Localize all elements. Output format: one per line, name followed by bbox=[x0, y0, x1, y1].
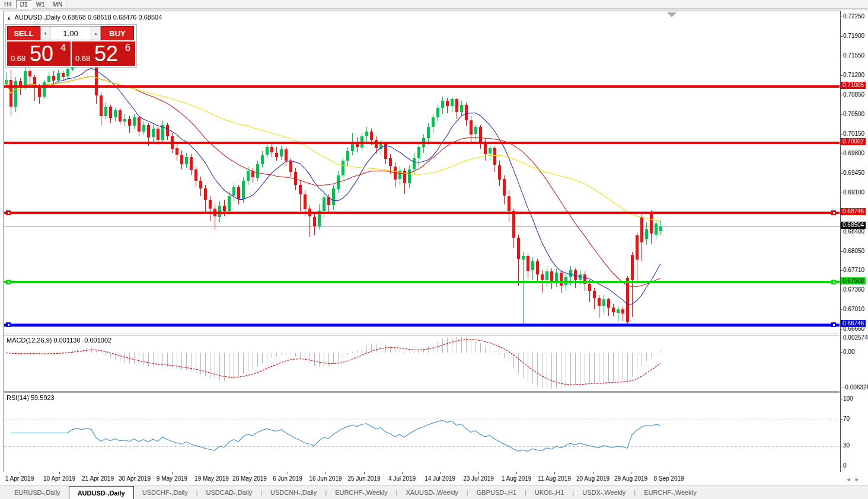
date-axis-label: 4 Jul 2019 bbox=[388, 475, 416, 482]
date-axis-label: 10 Apr 2019 bbox=[43, 475, 75, 482]
macd-name: MACD(12,26,9) bbox=[7, 337, 52, 344]
date-axis-tick bbox=[593, 472, 593, 474]
date-axis-tick bbox=[98, 472, 98, 474]
macd-pane-canvas[interactable] bbox=[4, 335, 840, 391]
date-axis-label: 1 Aug 2019 bbox=[502, 475, 532, 482]
bid-price-pip: 4 bbox=[60, 43, 66, 53]
date-axis-tick bbox=[135, 472, 135, 474]
date-axis-tick bbox=[212, 472, 212, 474]
rsi-axis-tick: 100 bbox=[843, 395, 853, 402]
date-axis-label: 29 Aug 2019 bbox=[614, 475, 647, 482]
chart-window[interactable]: ▲ AUDUSD-,Daily 0.68568 0.68618 0.68476 … bbox=[4, 11, 840, 472]
price-axis-tick: 0.68050 bbox=[843, 248, 864, 254]
one-click-trade-panel: SELL ▼ ▲ BUY 0.68 50 4 0.68 52 6 bbox=[5, 24, 137, 68]
price-axis-tick: 0.70850 bbox=[843, 91, 864, 98]
volume-decrease-button[interactable]: ▼ bbox=[40, 26, 50, 40]
chart-tab-usdchf-daily[interactable]: USDCHF-,Daily bbox=[134, 485, 196, 499]
price-axis-tick: 0.71200 bbox=[843, 72, 864, 78]
timeframe-button-mn[interactable]: MN bbox=[49, 0, 67, 9]
bid-price-prefix: 0.68 bbox=[11, 54, 25, 63]
ask-price-big: 52 bbox=[94, 41, 118, 66]
rsi-pane-canvas[interactable] bbox=[4, 393, 840, 472]
chart-tab-usdx-weekly[interactable]: USDX-,Weekly bbox=[574, 485, 634, 499]
date-axis-label: 9 May 2019 bbox=[157, 475, 187, 482]
date-axis-tick bbox=[364, 472, 365, 474]
date-axis-tick bbox=[402, 472, 403, 474]
bid-quote-box[interactable]: 0.68 50 4 bbox=[7, 41, 71, 66]
date-axis-tick bbox=[669, 472, 669, 474]
date-axis-label: 19 May 2019 bbox=[194, 475, 229, 482]
date-axis-label: 21 Apr 2019 bbox=[82, 475, 114, 482]
price-axis-tick: 0.68400 bbox=[843, 228, 864, 235]
ohlc-open: 0.68568 bbox=[62, 14, 86, 21]
sell-button[interactable]: SELL bbox=[7, 26, 40, 40]
chart-tab-audusd-daily[interactable]: AUDUSD-,Daily bbox=[69, 486, 134, 499]
current-price-label: 0.68504 bbox=[841, 222, 866, 229]
buy-button[interactable]: BUY bbox=[101, 26, 134, 40]
timeframe-button-d1[interactable]: D1 bbox=[16, 0, 32, 9]
bid-price-big: 50 bbox=[30, 41, 53, 66]
date-axis-tick bbox=[59, 472, 60, 474]
ask-quote-box[interactable]: 0.68 52 6 bbox=[72, 41, 135, 66]
chart-tab-eurchf-weekly[interactable]: EURCHF-,Weekly bbox=[636, 485, 704, 499]
macd-axis-tick: 0.00 bbox=[843, 348, 854, 355]
ohlc-close: 0.68504 bbox=[139, 14, 162, 21]
rsi-axis-tick: 30 bbox=[843, 442, 850, 449]
chart-tab-usdcnh-daily[interactable]: USDCNH-,Daily bbox=[262, 485, 325, 499]
chart-ohlc-header: ▲ AUDUSD-,Daily 0.68568 0.68618 0.68476 … bbox=[7, 14, 162, 21]
price-axis-tick: 0.72250 bbox=[843, 13, 864, 20]
rsi-axis-tick: 0 bbox=[843, 462, 847, 469]
date-axis-tick bbox=[326, 472, 326, 474]
level-price-label: 0.68746 bbox=[841, 208, 866, 215]
volume-input[interactable] bbox=[50, 26, 91, 40]
price-axis-tick: 0.70500 bbox=[843, 111, 864, 117]
ask-price-pip: 6 bbox=[125, 43, 130, 53]
chart-shift-marker-icon[interactable] bbox=[667, 12, 676, 17]
price-axis-tick: 0.71550 bbox=[843, 52, 864, 59]
ohlc-low: 0.68476 bbox=[113, 14, 137, 21]
date-axis[interactable]: ◄► 1 Apr 201910 Apr 201921 Apr 201930 Ap… bbox=[0, 472, 868, 485]
date-axis-label: 6 Jun 2019 bbox=[273, 475, 302, 482]
date-axis-label: 30 Apr 2019 bbox=[119, 475, 151, 482]
price-axis[interactable]: 0.722500.719000.715500.712000.708500.705… bbox=[840, 11, 868, 472]
chart-tab-ukoil-h1[interactable]: UKOil-,H1 bbox=[526, 485, 573, 499]
chart-scroll-arrows[interactable]: ◄► bbox=[845, 476, 863, 482]
date-axis-label: 23 Jul 2019 bbox=[463, 475, 494, 482]
chart-tab-eurusd-daily[interactable]: EURUSD-,Daily bbox=[6, 485, 69, 499]
ask-price-prefix: 0.68 bbox=[75, 54, 90, 63]
date-axis-tick bbox=[478, 472, 479, 474]
chart-tab-gbpusd-h1[interactable]: GBPUSD-,H1 bbox=[468, 485, 525, 499]
date-axis-label: 20 Aug 2019 bbox=[576, 475, 609, 482]
macd-indicator-label: MACD(12,26,9) 0.001130 -0.001002 bbox=[7, 337, 111, 344]
price-axis-tick: 0.69450 bbox=[843, 169, 864, 176]
level-price-label: 0.71005 bbox=[841, 82, 866, 89]
timeframe-button-h4[interactable]: H4 bbox=[0, 0, 16, 9]
level-price-label: 0.66746 bbox=[841, 320, 866, 327]
chart-symbol-label: AUDUSD-,Daily bbox=[14, 14, 60, 21]
rsi-name: RSI(14) bbox=[7, 394, 29, 401]
timeframe-button-w1[interactable]: W1 bbox=[32, 0, 49, 9]
level-price-label: 0.70002 bbox=[841, 138, 866, 145]
chart-tab-eurchf-weekly[interactable]: EURCHF-,Weekly bbox=[327, 485, 395, 499]
date-axis-label: 1 Apr 2019 bbox=[5, 475, 34, 482]
macd-axis-tick: -0.006326 bbox=[843, 384, 868, 391]
chart-tab-xauusd-weekly[interactable]: XAUUSD-,Weekly bbox=[397, 485, 466, 499]
chart-tab-bar: EURUSD-,DailyAUDUSD-,DailyUSDCHF-,Daily|… bbox=[0, 485, 868, 499]
date-axis-tick bbox=[20, 472, 20, 474]
date-axis-tick bbox=[631, 472, 631, 474]
chart-tab-usdcad-daily[interactable]: USDCAD-,Daily bbox=[198, 485, 261, 499]
date-axis-label: 25 Jun 2019 bbox=[347, 475, 380, 482]
macd-signal-value: -0.001002 bbox=[82, 337, 112, 344]
price-axis-tick: 0.71900 bbox=[843, 33, 864, 39]
rsi-value: 59.5923 bbox=[31, 394, 55, 401]
date-axis-label: 11 Aug 2019 bbox=[538, 475, 570, 482]
rsi-indicator-label: RSI(14) 59.5923 bbox=[7, 394, 55, 401]
price-axis-tick: 0.67710 bbox=[843, 267, 864, 273]
price-axis-tick: 0.69800 bbox=[843, 150, 864, 156]
ohlc-expand-icon[interactable]: ▲ bbox=[7, 15, 11, 21]
price-axis-tick: 0.67010 bbox=[843, 306, 864, 312]
toolbar-separator bbox=[68, 1, 68, 8]
date-axis-tick bbox=[554, 472, 555, 474]
volume-increase-button[interactable]: ▲ bbox=[91, 26, 101, 40]
date-axis-label: 28 May 2019 bbox=[232, 475, 267, 482]
